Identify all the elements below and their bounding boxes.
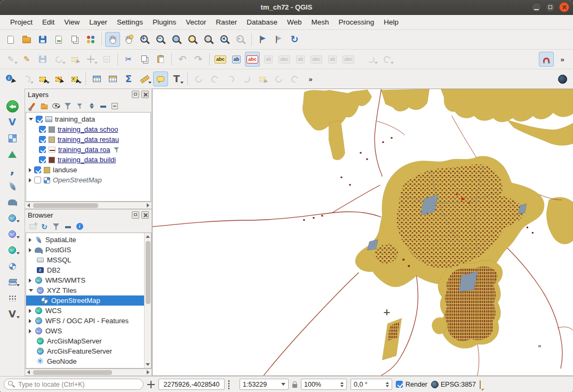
add-wcs-layer-button[interactable] (4, 227, 20, 241)
layer-row-buildings[interactable]: training_data buildi (26, 155, 150, 165)
menu-raster[interactable]: Raster (211, 17, 242, 28)
browser-collapse-all-button[interactable] (63, 222, 73, 231)
copy-features-button[interactable] (137, 52, 152, 67)
zoom-full-extent-button[interactable] (169, 32, 184, 47)
rotate-label-button[interactable]: abc (309, 52, 324, 67)
zoom-last-button[interactable]: ◂ (217, 32, 232, 47)
expander-right-icon[interactable] (29, 178, 31, 182)
zoom-next-button[interactable]: ▸ (233, 32, 248, 47)
layer-labeling-button[interactable]: abc (213, 52, 228, 67)
zoom-to-selection-button[interactable] (185, 32, 200, 47)
statistics-button[interactable]: Σ (121, 71, 136, 86)
layer-checkbox[interactable] (34, 177, 41, 183)
layer-checkbox[interactable] (39, 126, 46, 133)
menu-web[interactable]: Web (282, 17, 307, 28)
toolbar-overflow-button[interactable]: » (303, 71, 318, 86)
expander-right-icon[interactable] (29, 319, 31, 323)
browser-item-db2[interactable]: 2 DB2 (26, 265, 151, 275)
coordinate-input[interactable] (162, 381, 221, 388)
circle-3points-button[interactable] (223, 71, 238, 86)
magnifier-spinbox[interactable]: 100% (301, 379, 347, 390)
move-label-button[interactable]: ab (293, 52, 308, 67)
change-label-button[interactable]: ab (325, 52, 340, 67)
layers-panel-close-button[interactable] (141, 91, 149, 98)
redo-button[interactable]: ↷ (191, 52, 206, 67)
expander-right-icon[interactable] (29, 238, 31, 242)
scroll-thumb[interactable] (33, 203, 98, 208)
browser-item-wfs[interactable]: WFS / OGC API - Features (26, 316, 151, 326)
delete-selected-button[interactable] (99, 52, 114, 67)
save-project-button[interactable] (35, 32, 50, 47)
zoom-to-layer-button[interactable] (201, 32, 216, 47)
spinner-arrows-icon[interactable] (386, 382, 389, 387)
extents-toggle-icon[interactable] (228, 381, 236, 388)
layer-checkbox[interactable] (39, 156, 46, 163)
expand-all-button[interactable] (86, 101, 96, 111)
browser-item-arcgis-map-server[interactable]: ArcGisMapServer (26, 336, 151, 346)
add-virtual-layer-button[interactable]: V (4, 307, 20, 321)
current-edits-button[interactable]: ✎ (3, 52, 18, 67)
scroll-right-button[interactable] (145, 202, 152, 209)
change-label-properties-button[interactable]: abc (341, 52, 356, 67)
circle-2points-button[interactable] (207, 71, 222, 86)
move-feature-button[interactable] (83, 52, 98, 67)
undo-button[interactable]: ↶ (175, 52, 190, 67)
metasearch-button[interactable] (555, 71, 570, 86)
minimize-button[interactable] (531, 2, 542, 12)
pin-unpin-labels-button[interactable]: ab (261, 52, 276, 67)
scroll-track[interactable] (145, 240, 151, 361)
layer-row-openstreetmap[interactable]: OpenStreetMap (26, 175, 150, 185)
scroll-track[interactable] (32, 369, 145, 375)
paste-features-button[interactable] (153, 52, 168, 67)
scale-lock-icon[interactable] (292, 384, 297, 388)
show-bookmarks-button[interactable] (271, 32, 286, 47)
scroll-thumb[interactable] (33, 370, 112, 375)
layer-checkbox[interactable] (34, 166, 41, 173)
add-wfs-layer-button[interactable] (4, 243, 20, 257)
expander-right-icon[interactable] (29, 329, 31, 333)
open-data-source-manager-button[interactable] (4, 99, 20, 113)
scroll-track[interactable] (32, 202, 145, 209)
browser-refresh-button[interactable]: ↻ (39, 222, 49, 231)
menu-plugins[interactable]: Plugins (148, 17, 181, 28)
scroll-right-button[interactable] (145, 369, 152, 376)
filter-by-expression-button[interactable] (75, 101, 84, 111)
select-by-expression-button[interactable]: ε (67, 71, 82, 86)
menu-vector[interactable]: Vector (181, 17, 211, 28)
add-mesh-layer-button[interactable] (4, 147, 20, 161)
browser-item-ows[interactable]: OWS (26, 326, 151, 336)
diagram-options-button[interactable] (363, 52, 378, 67)
add-delimited-text-button[interactable]: , (4, 163, 20, 177)
render-checkbox[interactable] (396, 381, 403, 388)
browser-item-geonode[interactable]: ✳ GeoNode (26, 356, 151, 366)
open-layer-styling-button[interactable] (28, 101, 37, 111)
scroll-up-button[interactable] (145, 233, 152, 240)
browser-vertical-scrollbar[interactable] (144, 233, 151, 368)
open-attribute-table-button[interactable] (89, 71, 104, 86)
browser-horizontal-scrollbar[interactable] (25, 369, 152, 375)
zoom-out-button[interactable]: − (153, 32, 168, 47)
browser-properties-button[interactable]: i (75, 222, 84, 231)
advanced-digitizing-button[interactable] (287, 71, 302, 86)
scroll-left-button[interactable] (25, 202, 32, 209)
layer-filter-indicator-icon[interactable] (114, 147, 119, 153)
add-arcgis-layer-button[interactable] (4, 275, 20, 289)
browser-item-mssql[interactable]: MSSQL (26, 255, 151, 265)
locator-search-input[interactable] (4, 379, 144, 390)
expander-right-icon[interactable] (29, 278, 31, 283)
ellipse-button[interactable] (239, 71, 254, 86)
manage-map-themes-button[interactable] (51, 101, 61, 111)
browser-item-wms[interactable]: WMS/WMTS (26, 275, 151, 285)
toggle-editing-button[interactable]: ✎ (19, 52, 34, 67)
layers-horizontal-scrollbar[interactable] (25, 202, 152, 209)
deselect-features-button[interactable] (51, 71, 66, 86)
spinner-arrows-icon[interactable] (340, 382, 344, 387)
save-layer-edits-button[interactable] (35, 52, 50, 67)
browser-panel-close-button[interactable] (141, 211, 149, 219)
menu-settings[interactable]: Settings (112, 17, 148, 28)
layer-group-training-data[interactable]: training_data (26, 114, 150, 124)
menu-view[interactable]: View (59, 17, 84, 28)
browser-item-arcgis-feature-server[interactable]: ArcGisFeatureServer (26, 346, 151, 356)
layer-row-restaurants[interactable]: training_data restau (26, 134, 150, 145)
layer-checkbox[interactable] (36, 116, 43, 123)
